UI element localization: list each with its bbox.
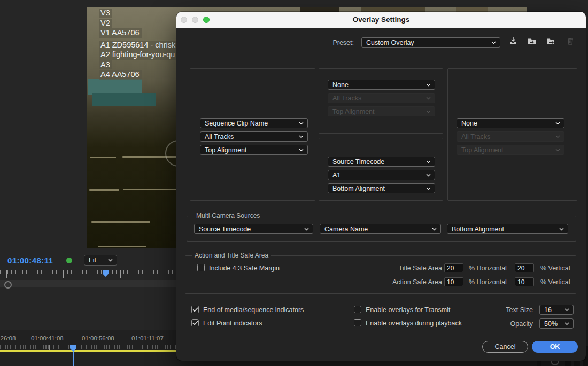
zoom-level-dropdown[interactable]: Fit	[84, 255, 117, 266]
left-source-dropdown[interactable]: Sequence Clip Name	[200, 118, 308, 128]
bottomcenter-tracks-dropdown[interactable]: A1	[328, 170, 435, 180]
video-detail	[91, 221, 150, 223]
video-detail	[123, 189, 181, 190]
title-safe-area-label: Title Safe Area	[362, 264, 442, 272]
chevron-down-icon	[426, 174, 431, 177]
percent-horizontal-label: % Horizontal	[469, 264, 507, 272]
premiere-app: V3 V2 V1 AA5706 A1 ZD595614 - chrisk A2 …	[0, 0, 588, 366]
track-label-a4: A4 AA5706	[99, 70, 142, 80]
chevron-down-icon	[432, 228, 437, 231]
overlay-panel-right: None All Tracks Top Alignment	[447, 68, 577, 201]
right-source-dropdown[interactable]: None	[457, 118, 564, 128]
delete-preset-icon	[566, 36, 575, 48]
action-safe-horizontal-input[interactable]	[444, 277, 463, 286]
percent-vertical-label: % Vertical	[540, 278, 570, 286]
chevron-down-icon	[299, 149, 304, 152]
video-detail	[92, 93, 156, 106]
export-preset-icon[interactable]	[546, 36, 555, 48]
multicam-alignment-dropdown[interactable]: Bottom Alignment	[447, 224, 568, 234]
check-icon	[192, 321, 198, 325]
multicam-source-dropdown[interactable]: Source Timecode	[194, 224, 313, 234]
status-dot-icon	[66, 258, 72, 263]
monitor-scrollbar-handle[interactable]	[4, 281, 12, 289]
left-alignment-dropdown[interactable]: Top Alignment	[200, 145, 308, 155]
chevron-down-icon	[491, 41, 496, 44]
overlay-panel-left: Sequence Clip Name All Tracks Top Alignm…	[190, 68, 315, 201]
edit-point-indicators-label: Edit Point indicators	[203, 320, 262, 327]
overlay-panel-top-center: None All Tracks Top Alignment	[319, 68, 443, 134]
video-detail	[88, 79, 142, 95]
enable-overlays-playback-label: Enable overlays during playback	[366, 320, 462, 327]
timeline-tick-label: 01:00:41:08	[31, 335, 64, 341]
chevron-down-icon	[555, 149, 560, 152]
enable-overlays-transmit-label: Enable overlays for Transmit	[366, 306, 450, 314]
timeline-tick-label: 0:26:08	[0, 335, 16, 341]
multicam-group: Multi-Camera Sources Source Timecode Cam…	[187, 216, 576, 242]
end-media-indicators-checkbox[interactable]	[191, 306, 199, 313]
track-overlay-labels: V3 V2 V1 AA5706 A1 ZD595614 - chrisk A2 …	[99, 9, 177, 80]
chevron-down-icon	[304, 228, 309, 231]
save-preset-icon[interactable]	[508, 36, 518, 48]
track-label-v2: V2	[99, 19, 112, 28]
multicam-name-dropdown[interactable]: Camera Name	[320, 224, 441, 234]
topcenter-alignment-dropdown: Top Alignment	[328, 106, 435, 116]
ok-button[interactable]: OK	[532, 341, 578, 353]
chevron-down-icon	[559, 228, 564, 231]
track-label-v3: V3	[99, 9, 112, 18]
chevron-down-icon	[299, 122, 304, 125]
percent-vertical-label: % Vertical	[540, 264, 570, 272]
enable-overlays-transmit-checkbox[interactable]	[354, 306, 361, 313]
chevron-down-icon	[426, 97, 431, 100]
include-43-safe-margin-checkbox[interactable]	[197, 264, 205, 271]
track-label-a2: A2 fighting-for-you-qu	[99, 50, 177, 60]
video-detail	[90, 157, 116, 158]
percent-horizontal-label: % Horizontal	[469, 278, 507, 286]
preset-value: Custom Overlay	[366, 39, 414, 46]
preset-label: Preset:	[305, 39, 354, 46]
text-size-label: Text Size	[492, 306, 533, 314]
track-label-a1: A1 ZD595614 - chrisk	[99, 41, 177, 50]
right-tracks-dropdown: All Tracks	[457, 131, 564, 142]
chevron-down-icon	[426, 160, 431, 163]
import-preset-icon[interactable]	[527, 36, 537, 48]
title-safe-horizontal-input[interactable]	[444, 263, 463, 272]
chevron-down-icon	[426, 83, 431, 87]
action-safe-vertical-input[interactable]	[515, 277, 534, 286]
chevron-down-icon	[564, 308, 569, 312]
text-size-dropdown[interactable]: 16	[539, 305, 574, 315]
cancel-button[interactable]: Cancel	[482, 341, 528, 353]
chevron-down-icon	[555, 135, 560, 138]
video-detail	[89, 189, 119, 191]
left-tracks-dropdown[interactable]: All Tracks	[200, 131, 308, 142]
timeline-playhead-line	[73, 345, 74, 366]
check-icon	[192, 307, 198, 312]
monitor-scrollbar[interactable]	[0, 280, 180, 287]
include-43-safe-margin-label: Include 4:3 Safe Margin	[209, 264, 280, 272]
chevron-down-icon	[426, 110, 431, 113]
monitor-mini-ruler-major-ticks	[0, 270, 180, 278]
playhead-timecode[interactable]: 01:00:48:11	[7, 256, 53, 265]
bottomcenter-source-dropdown[interactable]: Source Timecode	[328, 157, 435, 167]
dialog-titlebar: Overlay Settings	[176, 12, 586, 28]
chevron-down-icon	[299, 135, 304, 138]
bottomcenter-alignment-dropdown[interactable]: Bottom Alignment	[328, 183, 435, 193]
track-label-a3: A3	[99, 60, 112, 70]
chevron-down-icon	[108, 259, 113, 262]
title-safe-vertical-input[interactable]	[515, 263, 534, 272]
chevron-down-icon	[426, 187, 431, 190]
overlay-panel-bottom-center: Source Timecode A1 Bottom Alignment	[319, 138, 443, 201]
video-detail	[98, 246, 146, 247]
safe-area-group: Action and Title Safe Area Include 4:3 S…	[185, 255, 576, 294]
edit-point-indicators-checkbox[interactable]	[191, 319, 199, 326]
topcenter-source-dropdown[interactable]: None	[328, 80, 435, 90]
timeline-tick-label: 01:01:11:07	[131, 335, 164, 341]
zoom-level-value: Fit	[89, 256, 96, 264]
preset-dropdown[interactable]: Custom Overlay	[361, 37, 500, 48]
opacity-dropdown[interactable]: 50%	[539, 318, 574, 329]
action-safe-area-label: Action Safe Area	[362, 278, 442, 286]
chevron-down-icon	[564, 322, 569, 325]
multicam-group-label: Multi-Camera Sources	[194, 212, 262, 220]
enable-overlays-playback-checkbox[interactable]	[354, 319, 361, 326]
dialog-title: Overlay Settings	[176, 15, 586, 24]
right-alignment-dropdown: Top Alignment	[457, 145, 564, 155]
